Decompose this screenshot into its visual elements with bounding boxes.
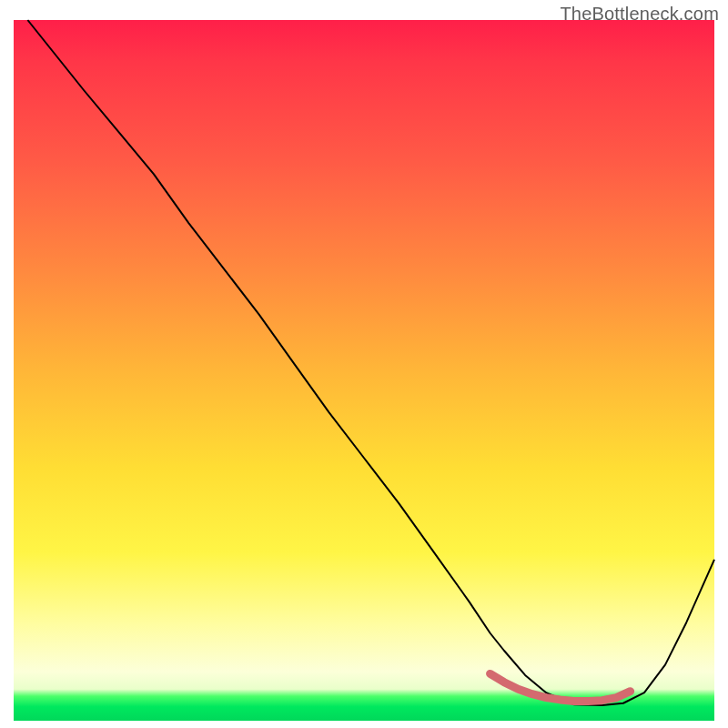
chart-highlight-curve: [490, 673, 631, 701]
chart-main-curve: [27, 20, 714, 705]
chart-plot-area: [14, 20, 714, 721]
chart-svg-layer: [14, 20, 714, 721]
watermark-text: TheBottleneck.com: [560, 4, 719, 25]
